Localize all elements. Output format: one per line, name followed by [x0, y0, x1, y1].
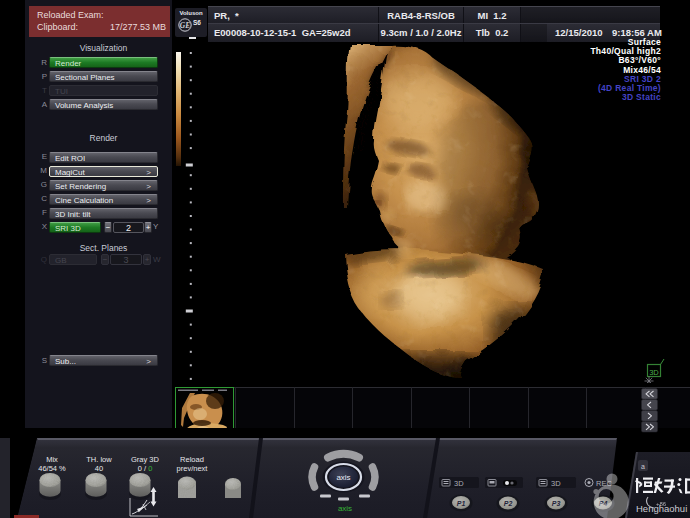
svg-text:3D: 3D — [454, 479, 464, 488]
svg-text:GE: GE — [180, 21, 190, 30]
svg-text:P3: P3 — [552, 500, 561, 507]
svg-text:P2: P2 — [504, 500, 513, 507]
svg-text:+86: +86 — [656, 501, 667, 507]
svg-text:3D: 3D — [551, 479, 561, 488]
svg-text:axis: axis — [336, 473, 350, 482]
svg-text:axis: axis — [338, 504, 352, 513]
svg-text:3D: 3D — [649, 368, 659, 377]
svg-text:P1: P1 — [457, 500, 466, 507]
